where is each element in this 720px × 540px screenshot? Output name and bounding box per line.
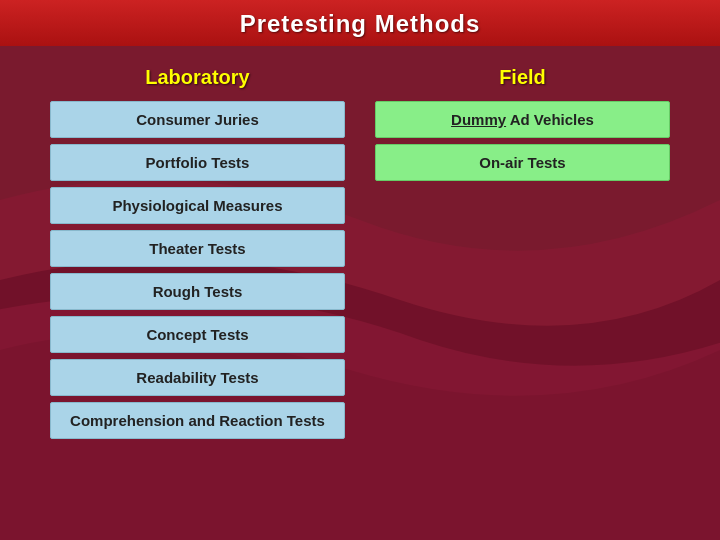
lab-item-3: Physiological Measures	[50, 187, 345, 224]
page-title: Pretesting Methods	[0, 10, 720, 38]
lab-item-1: Consumer Juries	[50, 101, 345, 138]
lab-item-2: Portfolio Tests	[50, 144, 345, 181]
field-column: Field Dummy Ad Vehicles On-air Tests	[375, 66, 670, 445]
lab-item-7: Readability Tests	[50, 359, 345, 396]
laboratory-header: Laboratory	[50, 66, 345, 89]
field-item-2: On-air Tests	[375, 144, 670, 181]
laboratory-column: Laboratory Consumer Juries Portfolio Tes…	[50, 66, 345, 445]
field-item-1: Dummy Ad Vehicles	[375, 101, 670, 138]
field-header: Field	[375, 66, 670, 89]
lab-item-4: Theater Tests	[50, 230, 345, 267]
lab-item-6: Concept Tests	[50, 316, 345, 353]
title-bar: Pretesting Methods	[0, 0, 720, 46]
lab-item-8: Comprehension and Reaction Tests	[50, 402, 345, 439]
lab-item-5: Rough Tests	[50, 273, 345, 310]
main-content: Laboratory Consumer Juries Portfolio Tes…	[0, 46, 720, 465]
